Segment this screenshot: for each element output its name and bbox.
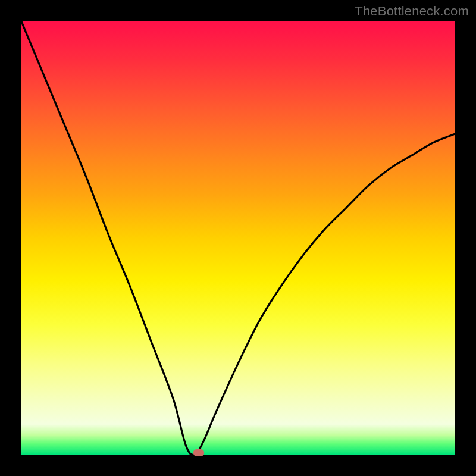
bottleneck-curve (21, 21, 455, 455)
chart-frame: TheBottleneck.com (0, 0, 476, 476)
watermark-text: TheBottleneck.com (355, 4, 469, 19)
minimum-marker (193, 449, 204, 456)
plot-area (21, 21, 455, 455)
